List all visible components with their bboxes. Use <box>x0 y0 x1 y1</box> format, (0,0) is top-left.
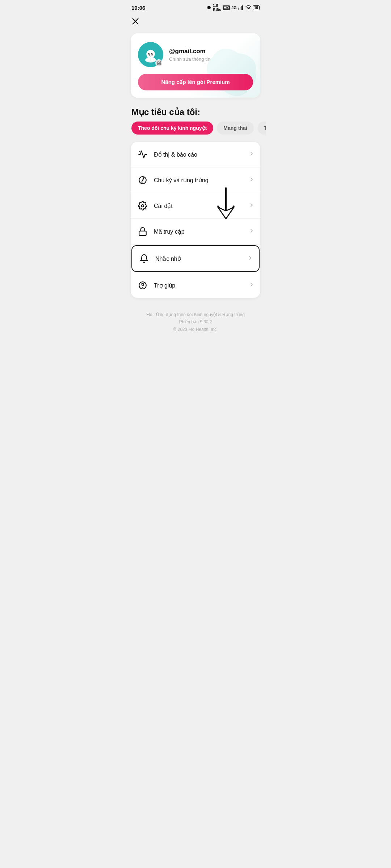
svg-point-17 <box>152 53 153 54</box>
edit-badge[interactable] <box>155 59 163 67</box>
chevron-right-icon-4 <box>249 228 255 235</box>
menu-label-help: Trợ giúp <box>154 282 249 289</box>
menu-card: Đồ thị & báo cáo Chu kỳ và rụng trứng Cà… <box>131 142 260 298</box>
svg-rect-4 <box>242 5 243 10</box>
cycle-icon <box>136 174 149 186</box>
footer-line1: Flo - Ứng dụng theo dõi Kinh nguyệt & Rụ… <box>132 311 259 318</box>
svg-point-20 <box>142 205 144 207</box>
menu-item-reminders[interactable]: Nhắc nhở <box>131 245 260 272</box>
profile-info: @gmail.com Chỉnh sửa thông tin <box>138 42 253 67</box>
data-speed: 1.8KB/s <box>213 4 221 12</box>
status-bar: 19:06 1.8KB/s HD 4G 19 <box>125 0 266 14</box>
menu-item-passcode[interactable]: Mã truy cập <box>131 219 260 244</box>
menu-label-passcode: Mã truy cập <box>154 228 249 235</box>
menu-label-reminders: Nhắc nhở <box>155 255 247 262</box>
goal-chip-pregnancy[interactable]: Mang thai <box>217 122 253 135</box>
close-button[interactable] <box>125 14 266 30</box>
chevron-right-icon-2 <box>249 176 255 184</box>
chevron-right-icon-6 <box>249 282 255 289</box>
network-type: 4G <box>231 5 237 10</box>
svg-point-15 <box>151 53 153 55</box>
goal-chip-track[interactable]: Theo dõi thai kỳ <box>257 122 266 135</box>
menu-label-charts: Đồ thị & báo cáo <box>154 151 249 158</box>
footer-line3: © 2023 Flo Health, Inc. <box>132 326 259 333</box>
svg-point-16 <box>149 53 150 54</box>
svg-point-18 <box>139 151 140 152</box>
goals-section-title: Mục tiêu của tôi: <box>125 103 266 122</box>
svg-rect-3 <box>241 6 241 10</box>
lock-icon <box>136 225 149 238</box>
chart-icon <box>136 148 149 161</box>
chevron-right-icon-5 <box>247 255 253 262</box>
chevron-right-icon <box>249 151 255 158</box>
menu-item-help[interactable]: Trợ giúp <box>131 273 260 298</box>
battery-level: 19 <box>253 5 260 10</box>
profile-text-info: @gmail.com Chỉnh sửa thông tin <box>169 48 253 62</box>
svg-rect-1 <box>239 8 239 10</box>
bell-icon <box>138 252 150 265</box>
profile-email: @gmail.com <box>169 48 253 55</box>
goal-chip-cycle[interactable]: Theo dõi chu kỳ kinh nguyệt <box>131 122 213 135</box>
status-time: 19:06 <box>131 5 145 11</box>
svg-rect-2 <box>240 7 240 10</box>
premium-upgrade-button[interactable]: Nâng cấp lên gói Premium <box>138 74 253 90</box>
profile-card: @gmail.com Chỉnh sửa thông tin Nâng cấp … <box>131 33 260 98</box>
goals-row: Theo dõi chu kỳ kinh nguyệt Mang thai Th… <box>125 122 266 142</box>
footer-line2: Phiên bản 9.30.2 <box>132 318 259 326</box>
annotation-arrow <box>211 186 240 226</box>
footer: Flo - Ứng dụng theo dõi Kinh nguyệt & Rụ… <box>125 305 266 342</box>
gear-icon <box>136 200 149 212</box>
menu-label-cycle: Chu kỳ và rụng trứng <box>154 177 249 184</box>
chevron-right-icon-3 <box>249 202 255 209</box>
svg-rect-21 <box>139 231 146 235</box>
menu-item-settings[interactable]: Cài đặt <box>131 193 260 219</box>
svg-point-13 <box>146 50 155 58</box>
hd-badge: HD <box>223 5 230 10</box>
status-icons: 1.8KB/s HD 4G 19 <box>206 4 260 12</box>
help-icon <box>136 279 149 292</box>
profile-edit-link[interactable]: Chỉnh sửa thông tin <box>169 56 253 62</box>
menu-item-charts[interactable]: Đồ thị & báo cáo <box>131 142 260 167</box>
svg-point-14 <box>148 53 150 55</box>
svg-rect-0 <box>208 6 210 9</box>
menu-item-cycle[interactable]: Chu kỳ và rụng trứng <box>131 167 260 193</box>
avatar-wrap <box>138 42 163 67</box>
